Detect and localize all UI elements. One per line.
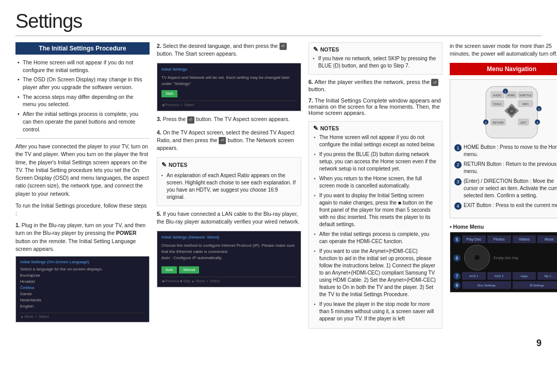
notes-2-title: ✎ NOTES [313,46,438,53]
hm-disc [464,245,490,270]
notes-2-item-1: If you have no network, select SKIP by p… [313,55,438,70]
step-5-label: 5. [157,211,161,217]
svg-text:SUBTITLE: SUBTITLE [519,94,532,97]
divider-1 [15,138,150,139]
initial-settings-header: The Initial Settings Procedure [15,42,150,55]
remote-svg: AUDIO HOME SUBTITLE 1 TOOLS INFO 3 [465,84,557,141]
step-6-block: 6. After the player verifies the network… [308,79,443,92]
bullet-2: The OSD (On Screen Display) may change i… [18,76,148,91]
ss3-title: Initial Settings (Network: Wired) [161,234,297,241]
hm-num-5: 5 [453,236,461,243]
notes-3-item-7: If you leave the player in the stop mode… [314,301,437,322]
step-2-text: Select the desired language, and then pr… [157,43,287,57]
nav-item-4: 4 EXIT Button : Press to exit the curren… [454,202,557,210]
col1-body-text: After you have connected the player to y… [15,143,150,198]
nav-item-3-text: (Enter) / DIRECTION Button : Move the cu… [464,178,557,199]
col2-steps: 2. Select the desired language, and then… [157,42,301,287]
page-number: 9 [536,338,542,348]
nav-num-4: 4 [454,202,462,210]
step-3-label: 3. [157,116,161,122]
enter-icon-4: ⏎ [431,79,438,86]
notes-box-3: ✎ NOTES The Home screen will not appear … [308,121,443,329]
notes-1-list: An explanation of each Aspect Ratio appe… [161,172,297,201]
col4-intro-text: in the screen saver mode for more than 2… [450,42,557,58]
notes-2-label: NOTES [320,46,339,53]
hm-bot-4: My C... [537,272,557,280]
notes-3-item-6: If you want to use the Anynet+(HDMI-CEC)… [314,248,437,298]
notes-1-title: ✎ NOTES [161,161,297,169]
step-4-block: 4. On the TV Aspect screen, select the d… [157,129,301,152]
notes-box-2: ✎ NOTES If you have no network, select S… [308,42,443,75]
bullet-3: The access steps may differ depending on… [18,93,148,108]
home-menu-section: • Home Menu 5 Play Disc Photos Videos Mu… [450,224,557,293]
svg-text:AUDIO: AUDIO [493,94,501,97]
hm-top-row: 5 Play Disc Photos Videos Music 1 [453,235,557,243]
step-3-text: Press the ⏎ button. The TV Aspect screen… [163,116,290,122]
screenshot-start: Initial Settings TV Aspect and Network w… [157,63,301,111]
hm-bot-3: Apps [513,272,536,280]
ss1-items: Български Hrvatski Čeština Dansk Nederla… [20,272,145,310]
nav-item-1-text: HOME Button : Press to move to the Home … [464,144,557,158]
notes-3-label: NOTES [320,125,339,131]
hm-disc-label: Empty disc tray [494,256,557,260]
notes-3-title: ✎ NOTES [313,125,438,132]
nav-num-3: 3 [454,178,462,185]
enter-icon-2: ⏎ [187,116,194,124]
nav-item-2-text: RETURN Button : Return to the previous m… [464,161,557,175]
enter-icon-3: ⏎ [219,137,226,144]
nav-remote-diagram: AUDIO HOME SUBTITLE 1 TOOLS INFO 3 [450,79,557,218]
nav-num-1: 1 [454,144,462,151]
power-bold: POWER [116,230,137,236]
svg-text:INFO: INFO [522,103,529,106]
main-layout: The Initial Settings Procedure The Home … [15,42,542,333]
notes-icon-1: ✎ [161,161,167,169]
bullet-1: The Home screen will not appear if you d… [18,59,148,74]
notes-3-item-5: After the initial settings process is co… [314,231,437,245]
column-4: in the screen saver mode for more than 2… [450,42,557,333]
notes-3-item-2: If you press the BLUE (D) button during … [314,151,437,173]
hm-num-8: 8 [453,282,461,289]
bullet-4: After the initial settings process is co… [18,110,148,133]
hm-photos: Photos [487,235,511,243]
notes-box-1: ✎ NOTES An explanation of each Aspect Ra… [157,157,301,206]
step-6-label: 6. [308,79,313,85]
ss1-footer: ▲ Move ✓ Select [20,313,145,319]
step-1-label: 1. [15,222,20,228]
nav-items-list: 1 HOME Button : Press to move to the Hom… [454,144,557,210]
ss3-auto-btn: Auto [161,266,177,274]
step-1-text: Plug in the Blu-ray player, turn on your… [15,222,145,252]
column-3: ✎ NOTES If you have no network, select S… [308,42,443,333]
hm-settings: ⚙ Settings [513,281,558,289]
hm-music: Music [537,235,557,243]
hm-bot-2: ACD 2 [487,272,511,280]
page-footer: 9 [15,338,542,349]
remote-image: AUDIO HOME SUBTITLE 1 TOOLS INFO 3 [454,84,557,141]
step-4-label: 4. [157,129,161,135]
step-7-label: 7. [308,97,313,104]
ss1-title: Initial Settings (On-Screen Language) [20,260,145,264]
initial-bullets: The Home screen will not appear if you d… [15,59,150,133]
notes-3-item-1: The Home screen will not appear if you d… [314,134,437,148]
step-5-text: If you have connected a LAN cable to the… [157,211,300,225]
notes-3-list: The Home screen will not appear if you d… [313,134,438,322]
ss3-auto: Auto : Configure IP automatically. [161,255,297,261]
home-menu-diagram: 5 Play Disc Photos Videos Music 1 6 Empt… [450,232,557,293]
hm-play-disc: Play Disc [462,235,486,243]
enter-icon-1: ⏎ [280,43,287,50]
nav-num-2: 2 [454,161,462,168]
nav-item-1: 1 HOME Button : Press to move to the Hom… [454,144,557,158]
hm-num-7: 7 [453,272,461,280]
step-1-block: 1. Plug in the Blu-ray player, turn on y… [15,221,150,253]
screenshot-network: Initial Settings (Network: Wired) Choose… [157,231,301,287]
page-title: Settings [15,10,542,36]
notes-1-label: NOTES [169,161,187,169]
hm-disc-center [474,254,480,261]
nav-item-4-text: EXIT Button : Press to exit the current … [464,202,557,210]
ss2-start-btn: Start [161,90,177,97]
column-2: 2. Select the desired language, and then… [157,42,301,333]
column-1: The Initial Settings Procedure The Home … [15,42,150,333]
notes-3-item-4: If you want to display the Initial Setti… [314,192,437,228]
step-2-label: 2. [157,43,161,49]
step-6-text: After the player verifies the network, p… [308,79,438,92]
ss3-footer: ◀ Previous ■ Skip ▲ Move ✓ Select [161,277,297,284]
